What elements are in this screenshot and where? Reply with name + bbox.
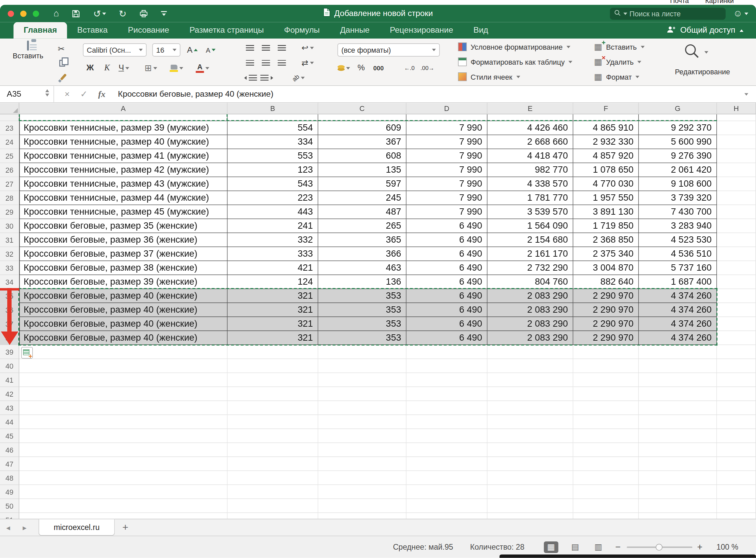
- cell-D47[interactable]: [406, 457, 487, 471]
- insert-function-icon[interactable]: fx: [98, 89, 106, 99]
- cell-D23[interactable]: 7 990: [406, 121, 487, 135]
- cell-G25[interactable]: 9 276 390: [639, 149, 717, 163]
- cell-G41[interactable]: [639, 373, 717, 387]
- cell-H33[interactable]: [717, 261, 756, 275]
- italic-button[interactable]: К: [101, 62, 113, 74]
- cell-A42[interactable]: [19, 387, 227, 401]
- cell-H41[interactable]: [717, 373, 756, 387]
- cell-G34[interactable]: 1 687 400: [639, 275, 717, 289]
- row-header-35[interactable]: 35: [0, 289, 19, 303]
- cell-E46[interactable]: [488, 443, 573, 457]
- cell-H40[interactable]: [717, 359, 756, 373]
- decrease-indent-button[interactable]: [243, 71, 257, 84]
- cell-F47[interactable]: [573, 457, 639, 471]
- cell-C43[interactable]: [318, 401, 406, 415]
- cell[interactable]: [573, 114, 639, 121]
- row-header-29[interactable]: 29: [0, 205, 19, 219]
- cell-A43[interactable]: [19, 401, 227, 415]
- cell-H23[interactable]: [717, 121, 756, 135]
- cell-E50[interactable]: [488, 499, 573, 513]
- row-header-48[interactable]: 48: [0, 471, 19, 485]
- cell-E30[interactable]: 1 564 090: [488, 219, 573, 233]
- cell-F37[interactable]: 2 290 970: [573, 317, 639, 331]
- cell-C24[interactable]: 367: [318, 135, 406, 149]
- cell-A26[interactable]: Кроссовки теннисные, размер 42 (мужские): [19, 163, 227, 177]
- cell-A36[interactable]: Кроссовки беговые, размер 40 (женские): [19, 303, 227, 317]
- cell-C25[interactable]: 608: [318, 149, 406, 163]
- cell-B43[interactable]: [227, 401, 318, 415]
- cell-D43[interactable]: [406, 401, 487, 415]
- cell-B40[interactable]: [227, 359, 318, 373]
- cell-B24[interactable]: 334: [227, 135, 318, 149]
- column-header-A[interactable]: A: [19, 103, 227, 114]
- cell-G36[interactable]: 4 374 260: [639, 303, 717, 317]
- cell-F26[interactable]: 1 078 650: [573, 163, 639, 177]
- cell-G50[interactable]: [639, 499, 717, 513]
- cell-B35[interactable]: 321: [227, 289, 318, 303]
- cell-A49[interactable]: [19, 485, 227, 499]
- cell-C51[interactable]: [318, 513, 406, 519]
- decrease-decimal-button[interactable]: .00→: [420, 62, 434, 74]
- cell-B39[interactable]: [227, 345, 318, 359]
- row-header-34[interactable]: 34: [0, 275, 19, 289]
- cell-B44[interactable]: [227, 415, 318, 429]
- cell-G30[interactable]: 3 283 940: [639, 219, 717, 233]
- cell-B36[interactable]: 321: [227, 303, 318, 317]
- cell-F51[interactable]: [573, 513, 639, 519]
- row-header-27[interactable]: 27: [0, 177, 19, 191]
- cell-B30[interactable]: 241: [227, 219, 318, 233]
- confirm-entry-icon[interactable]: ✓: [80, 89, 88, 99]
- delete-cells-button[interactable]: ▦× Удалить: [594, 57, 642, 66]
- zoom-slider-thumb[interactable]: [656, 544, 663, 550]
- search-input[interactable]: Поиск на листе: [610, 7, 725, 19]
- cell-A38[interactable]: Кроссовки беговые, размер 40 (женские): [19, 331, 227, 345]
- cell-E31[interactable]: 2 154 680: [488, 233, 573, 247]
- cell-G38[interactable]: 4 374 260: [639, 331, 717, 345]
- cell-G28[interactable]: 3 739 320: [639, 191, 717, 205]
- cell-E24[interactable]: 2 668 660: [488, 135, 573, 149]
- cell-E37[interactable]: 2 083 290: [488, 317, 573, 331]
- cell-F50[interactable]: [573, 499, 639, 513]
- cell-E45[interactable]: [488, 429, 573, 443]
- borders-button[interactable]: ⊞: [144, 62, 157, 74]
- cell-G46[interactable]: [639, 443, 717, 457]
- cell-A27[interactable]: Кроссовки теннисные, размер 43 (мужские): [19, 177, 227, 191]
- cell-F25[interactable]: 4 857 920: [573, 149, 639, 163]
- cell-D24[interactable]: 7 990: [406, 135, 487, 149]
- editing-search-button[interactable]: [683, 42, 708, 62]
- cell-H36[interactable]: [717, 303, 756, 317]
- print-icon[interactable]: [139, 9, 148, 18]
- cell[interactable]: [318, 114, 406, 121]
- copy-button[interactable]: [56, 57, 69, 70]
- cell-E49[interactable]: [488, 485, 573, 499]
- cell-B38[interactable]: 321: [227, 331, 318, 345]
- cell-B23[interactable]: 554: [227, 121, 318, 135]
- cancel-entry-icon[interactable]: ×: [64, 89, 70, 99]
- row-header-49[interactable]: 49: [0, 485, 19, 499]
- cell-A28[interactable]: Кроссовки теннисные, размер 44 (мужские): [19, 191, 227, 205]
- row-header-45[interactable]: 45: [0, 429, 19, 443]
- cell[interactable]: [488, 114, 573, 121]
- cell-F29[interactable]: 3 891 130: [573, 205, 639, 219]
- cell-C30[interactable]: 265: [318, 219, 406, 233]
- cell-B28[interactable]: 223: [227, 191, 318, 205]
- row-header-38[interactable]: 38: [0, 331, 19, 345]
- cell-H49[interactable]: [717, 485, 756, 499]
- tab-home[interactable]: Главная: [14, 22, 67, 39]
- redo-button[interactable]: ↻: [119, 8, 127, 19]
- cell-G42[interactable]: [639, 387, 717, 401]
- next-sheet-icon[interactable]: ▸: [16, 519, 33, 536]
- cell-A41[interactable]: [19, 373, 227, 387]
- bold-button[interactable]: Ж: [84, 62, 97, 74]
- cell-F31[interactable]: 2 368 850: [573, 233, 639, 247]
- cell-C33[interactable]: 463: [318, 261, 406, 275]
- cell-H51[interactable]: [717, 513, 756, 519]
- cell-F35[interactable]: 2 290 970: [573, 289, 639, 303]
- zoom-in-button[interactable]: +: [697, 542, 702, 552]
- close-window-button[interactable]: [8, 10, 14, 17]
- cell-D34[interactable]: 6 490: [406, 275, 487, 289]
- paste-button[interactable]: Вставить: [12, 42, 44, 60]
- cell-H48[interactable]: [717, 471, 756, 485]
- row-header-51[interactable]: 51: [0, 513, 19, 519]
- cell-C32[interactable]: 366: [318, 247, 406, 261]
